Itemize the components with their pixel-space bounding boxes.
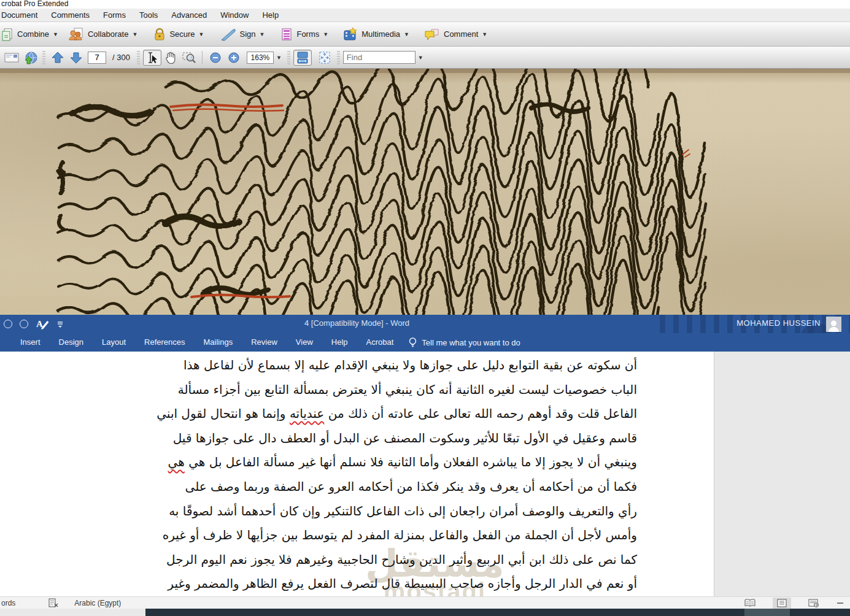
email-button[interactable] xyxy=(2,50,21,66)
find-input[interactable] xyxy=(343,51,415,64)
document-line[interactable]: فكما أن من أحكامه أن يعرف وقد ينكر فكذا … xyxy=(239,475,637,499)
find-dropdown-caret[interactable]: ▼ xyxy=(415,55,426,61)
envelope-icon xyxy=(4,52,19,63)
tab-mailings[interactable]: Mailings xyxy=(195,333,242,352)
misspelled-word: هي xyxy=(168,455,185,469)
manuscript-calligraphy xyxy=(0,69,850,315)
document-line[interactable]: الفاعل قلت وقد أوهم رحمه الله تعالى على … xyxy=(239,402,637,426)
marquee-zoom-icon xyxy=(182,51,196,64)
zoom-level-value[interactable]: 163% xyxy=(247,52,274,64)
tab-view[interactable]: View xyxy=(287,333,322,352)
sign-button[interactable]: Sign▼ xyxy=(215,25,270,44)
tab-references[interactable]: References xyxy=(135,333,194,352)
word-document-area[interactable]: مستقل mostaql أن سكوته عن بقية التوابع د… xyxy=(0,352,714,596)
tab-review[interactable]: Review xyxy=(242,333,287,352)
web-layout-button[interactable] xyxy=(805,598,823,609)
bottom-strip xyxy=(0,609,850,616)
zoom-out-button[interactable] xyxy=(206,50,225,66)
acrobat-main-toolbar: Combine▼ Collaborate▼ Secure▼ Sign▼ Form… xyxy=(0,22,850,47)
tell-me-box[interactable]: Tell me what you want to do xyxy=(403,337,520,348)
plus-circle-icon xyxy=(228,52,239,63)
select-tool-button[interactable] xyxy=(143,50,161,66)
word-document-title: 4 [Compatibility Mode] - Word xyxy=(0,315,714,332)
next-page-button[interactable] xyxy=(67,50,85,66)
document-line[interactable]: وأمس لأجل أن الجملة من الفعل والفاعل بمن… xyxy=(239,523,637,548)
print-layout-button[interactable] xyxy=(773,598,791,609)
screen: crobat Pro Extended Document Comments Fo… xyxy=(0,0,850,616)
lock-icon xyxy=(153,28,166,41)
menu-forms[interactable]: Forms xyxy=(96,10,133,20)
forms-button[interactable]: Forms▼ xyxy=(276,25,333,44)
collaborate-icon xyxy=(68,28,84,41)
combine-icon xyxy=(1,28,14,41)
tab-acrobat[interactable]: Acrobat xyxy=(357,333,403,352)
scrolling-mode-icon xyxy=(296,51,309,64)
read-mode-icon xyxy=(744,599,756,607)
print-layout-icon xyxy=(777,599,787,607)
tab-layout[interactable]: Layout xyxy=(93,333,135,352)
minus-circle-icon xyxy=(210,52,221,63)
background-window-strip-highlight xyxy=(744,609,790,616)
fit-page-icon xyxy=(318,51,331,64)
scrolling-mode-button[interactable] xyxy=(293,50,312,66)
multimedia-button[interactable]: Multimedia▼ xyxy=(338,25,414,44)
document-line[interactable]: وينبغي أن لا يجوز إلا ما يباشره الفعلان … xyxy=(239,450,637,475)
document-line[interactable]: أو نعم في الدار الرجل وأجازه صاحب البسيط… xyxy=(239,572,637,596)
comment-button[interactable]: Comment▼ xyxy=(419,25,492,44)
tab-help[interactable]: Help xyxy=(322,333,357,352)
zoom-dropdown-caret[interactable]: ▼ xyxy=(274,55,284,61)
manuscript-scan-image xyxy=(0,69,850,315)
hand-tool-button[interactable] xyxy=(161,50,180,66)
document-line[interactable]: قاسم وعقيل في الأول تبعًا للأثير وسكوت ا… xyxy=(239,426,637,451)
menu-help[interactable]: Help xyxy=(255,10,285,20)
acrobat-window-title: crobat Pro Extended xyxy=(0,0,850,9)
secure-button[interactable]: Secure▼ xyxy=(149,25,209,44)
collaborate-button[interactable]: Collaborate▼ xyxy=(63,25,142,44)
language-status[interactable]: Arabic (Egypt) xyxy=(74,599,121,607)
find-box: ▼ xyxy=(343,51,426,64)
toolbar-separator xyxy=(202,51,203,64)
tab-insert[interactable]: Insert xyxy=(11,333,50,352)
menu-comments[interactable]: Comments xyxy=(44,10,96,20)
read-mode-button[interactable] xyxy=(741,598,759,609)
toolbar-separator xyxy=(337,51,340,64)
previous-page-button[interactable] xyxy=(48,50,67,66)
marquee-zoom-button[interactable] xyxy=(180,50,198,66)
document-line[interactable]: كما نص على ذلك ابن أبي الربيع وأثير الدي… xyxy=(239,548,637,572)
acrobat-nav-toolbar: / 300 163% ▼ ▼ xyxy=(0,47,850,69)
document-line[interactable]: الباب خصوصيات ليست لغيره الثانية أنه كان… xyxy=(239,378,637,402)
word-status-bar: ords Arabic (Egypt) xyxy=(0,596,850,609)
arrow-up-icon xyxy=(51,51,64,64)
hand-tool-icon xyxy=(164,51,177,64)
arrow-down-icon xyxy=(69,51,83,64)
toolbar-separator xyxy=(42,51,45,64)
menu-tools[interactable]: Tools xyxy=(133,10,164,20)
account-name[interactable]: MOHAMED HUSSEIN xyxy=(736,315,821,332)
avatar[interactable] xyxy=(826,317,841,332)
web-publish-button[interactable] xyxy=(21,50,39,66)
film-icon xyxy=(343,27,358,42)
combine-button[interactable]: Combine▼ xyxy=(0,25,63,44)
document-text[interactable]: أن سكوته عن بقية التوابع دليل على جوازها… xyxy=(239,353,637,596)
fit-page-button[interactable] xyxy=(315,50,334,66)
document-line[interactable]: أن سكوته عن بقية التوابع دليل على جوازها… xyxy=(239,353,637,378)
lightbulb-icon xyxy=(409,337,417,348)
misspelled-word: عندياته xyxy=(290,406,324,421)
tab-design[interactable]: Design xyxy=(50,333,93,352)
document-line[interactable]: رأي والتعريف والوصف أمران راجعان إلى ذات… xyxy=(239,499,637,524)
zoom-in-button[interactable] xyxy=(225,50,243,66)
view-shortcuts xyxy=(741,597,844,609)
menu-document[interactable]: Document xyxy=(0,10,44,20)
menu-window[interactable]: Window xyxy=(214,10,255,20)
zoom-out-status-icon[interactable] xyxy=(836,599,844,607)
person-icon xyxy=(827,319,840,332)
proofing-status-icon[interactable] xyxy=(48,598,58,607)
menu-advanced[interactable]: Advanced xyxy=(164,10,214,20)
acrobat-menubar: Document Comments Forms Tools Advanced W… xyxy=(0,9,850,22)
speech-bubble-icon xyxy=(424,28,440,41)
word-count-partial[interactable]: ords xyxy=(1,599,15,607)
word-titlebar: A 4 [Compatibility Mode] - Word MOHAMED … xyxy=(0,315,850,333)
word-ribbon-tabs: Insert Design Layout References Mailings… xyxy=(0,333,850,352)
form-icon xyxy=(280,28,293,41)
page-number-input[interactable] xyxy=(88,52,106,64)
